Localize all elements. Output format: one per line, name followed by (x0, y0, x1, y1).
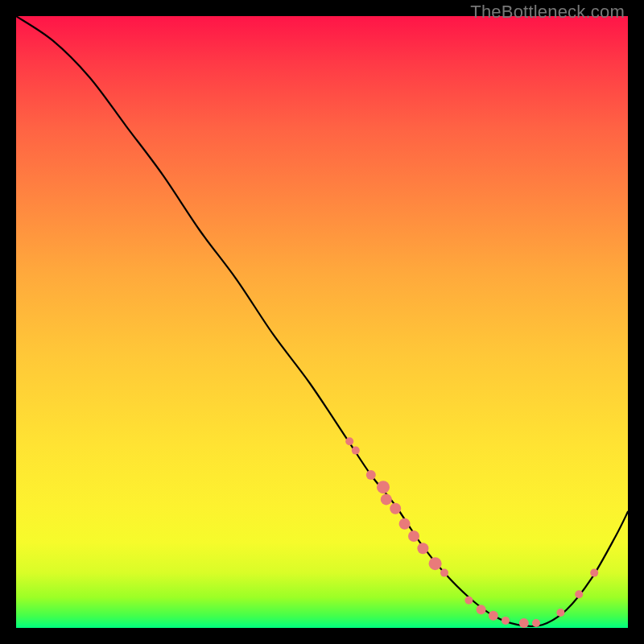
data-point (532, 619, 540, 627)
data-point (417, 543, 428, 554)
data-point (366, 470, 376, 480)
data-point (519, 618, 529, 628)
data-point (440, 569, 448, 577)
plot-area (16, 16, 628, 628)
data-point (489, 611, 498, 621)
watermark-text: TheBottleneck.com (470, 2, 625, 23)
data-point (390, 503, 401, 514)
data-point (556, 609, 564, 617)
data-point (381, 493, 392, 505)
data-point (464, 597, 473, 605)
data-point (345, 437, 353, 445)
data-point (502, 617, 510, 625)
data-markers (345, 437, 598, 628)
data-point (429, 557, 442, 570)
data-point (575, 590, 583, 598)
data-point (377, 481, 390, 493)
bottleneck-curve (16, 16, 628, 626)
chart-svg (16, 16, 628, 628)
data-point (590, 569, 598, 577)
data-point (408, 530, 419, 542)
data-point (477, 605, 486, 614)
data-point (399, 518, 411, 530)
data-point (352, 447, 360, 455)
